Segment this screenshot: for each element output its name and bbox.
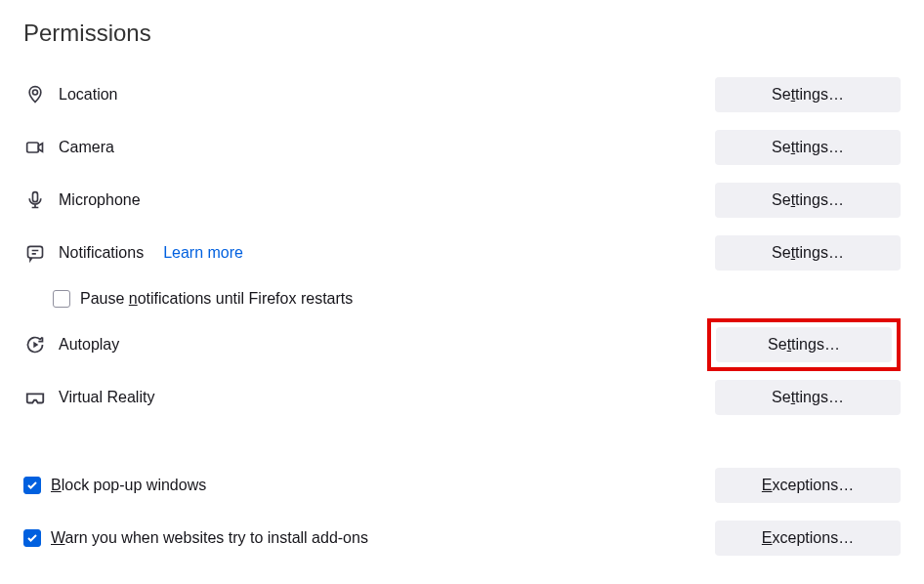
location-label: Location — [59, 86, 118, 104]
pause-notifications-checkbox[interactable] — [53, 290, 70, 308]
row-block-popups: Block pop-up windows Exceptions… — [23, 459, 901, 512]
svg-rect-1 — [27, 143, 39, 152]
section-title: Permissions — [23, 20, 901, 47]
row-microphone: Microphone Settings… — [23, 174, 901, 227]
svg-point-0 — [33, 90, 38, 95]
notifications-learn-more-link[interactable]: Learn more — [163, 244, 243, 262]
notifications-settings-button[interactable]: Settings… — [715, 235, 901, 271]
vr-settings-button[interactable]: Settings… — [715, 380, 901, 415]
microphone-label: Microphone — [59, 191, 141, 209]
row-notifications: Notifications Learn more Settings… — [23, 227, 901, 279]
notifications-label: Notifications — [59, 244, 144, 262]
autoplay-icon — [23, 333, 47, 356]
microphone-icon — [23, 188, 47, 212]
camera-settings-button[interactable]: Settings… — [715, 130, 901, 165]
warn-addons-checkbox[interactable] — [23, 529, 41, 547]
block-popups-exceptions-button[interactable]: Exceptions… — [715, 468, 901, 503]
block-popups-label: Block pop-up windows — [51, 477, 206, 494]
location-icon — [23, 83, 47, 106]
vr-icon — [23, 386, 47, 409]
autoplay-settings-highlight: Settings… — [707, 318, 901, 371]
location-settings-button[interactable]: Settings… — [715, 77, 901, 112]
row-location: Location Settings… — [23, 68, 901, 121]
pause-notifications-label: Pause notifications until Firefox restar… — [80, 290, 353, 308]
notifications-icon — [23, 241, 47, 265]
autoplay-label: Autoplay — [59, 336, 119, 354]
warn-addons-exceptions-button[interactable]: Exceptions… — [715, 521, 901, 556]
row-vr: Virtual Reality Settings… — [23, 371, 901, 424]
row-warn-addons: Warn you when websites try to install ad… — [23, 512, 901, 564]
row-pause-notifications: Pause notifications until Firefox restar… — [23, 279, 901, 318]
camera-icon — [23, 136, 47, 159]
vr-label: Virtual Reality — [59, 389, 154, 406]
microphone-settings-button[interactable]: Settings… — [715, 183, 901, 218]
autoplay-settings-button[interactable]: Settings… — [716, 327, 892, 362]
svg-rect-3 — [28, 246, 43, 258]
camera-label: Camera — [59, 139, 114, 156]
warn-addons-label: Warn you when websites try to install ad… — [51, 529, 368, 547]
row-camera: Camera Settings… — [23, 121, 901, 174]
row-autoplay: Autoplay Settings… — [23, 318, 901, 371]
block-popups-checkbox[interactable] — [23, 477, 41, 494]
svg-rect-2 — [33, 192, 38, 202]
